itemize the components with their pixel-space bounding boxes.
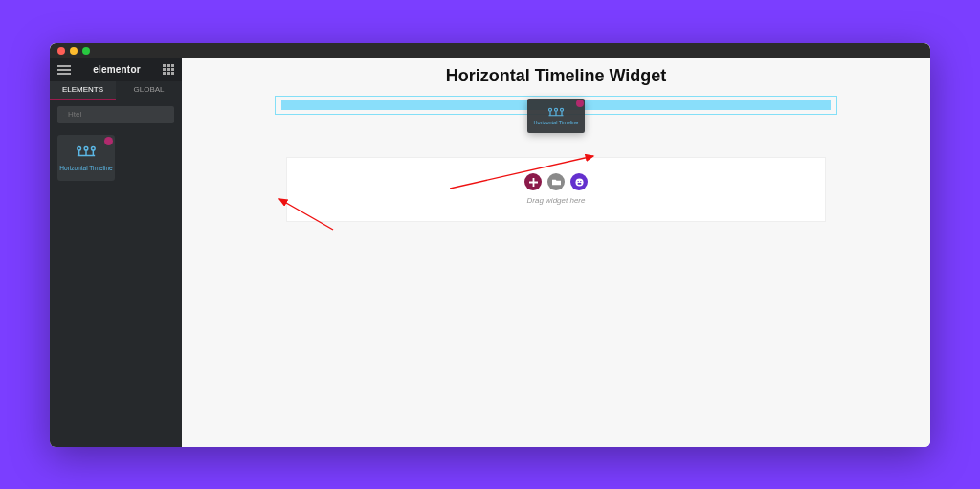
svg-point-19 <box>580 180 581 181</box>
widget-horizontal-timeline[interactable]: Horizontal Timeline <box>57 135 115 181</box>
drag-ghost-label: Horizontal Timeline <box>534 120 579 125</box>
window-maximize-dot[interactable] <box>82 47 90 55</box>
widget-list: Horizontal Timeline <box>50 129 182 187</box>
svg-point-10 <box>555 108 558 111</box>
svg-point-4 <box>92 146 96 150</box>
search-input[interactable] <box>68 110 168 119</box>
section-action-row <box>524 173 588 190</box>
save-template-icon <box>575 178 584 187</box>
svg-point-2 <box>78 146 81 150</box>
tab-elements[interactable]: ELEMENTS <box>50 81 116 100</box>
app-window: elementor ELEMENTS GLOBAL Horizontal Tim… <box>50 43 930 447</box>
svg-point-16 <box>575 178 583 186</box>
save-template-button[interactable] <box>570 173 588 190</box>
widget-search[interactable] <box>57 106 174 123</box>
add-template-button[interactable] <box>547 173 565 190</box>
drag-ghost-widget: Horizontal Timeline <box>527 99 585 133</box>
sidebar-tabs: ELEMENTS GLOBAL <box>50 81 182 100</box>
editor-canvas: Horizontal Timeline Widget Horizontal Ti… <box>182 58 930 447</box>
horizontal-timeline-icon <box>547 106 565 118</box>
drag-hint-text: Drag widget here <box>527 196 586 205</box>
add-section-button[interactable] <box>524 173 542 190</box>
apps-grid-icon[interactable] <box>163 64 174 76</box>
svg-point-3 <box>84 146 88 150</box>
window-close-dot[interactable] <box>57 47 65 55</box>
folder-icon <box>552 178 561 187</box>
sidebar-header: elementor <box>50 58 182 81</box>
svg-rect-17 <box>577 182 581 184</box>
tab-global[interactable]: GLOBAL <box>116 81 182 100</box>
horizontal-timeline-icon <box>76 144 97 161</box>
pro-badge-icon <box>104 137 113 145</box>
window-minimize-dot[interactable] <box>70 47 78 55</box>
section-drop-target[interactable]: Horizontal Timeline <box>275 96 837 115</box>
menu-icon[interactable] <box>57 65 71 75</box>
app-body: elementor ELEMENTS GLOBAL Horizontal Tim… <box>50 58 930 447</box>
window-titlebar <box>50 43 930 58</box>
search-icon <box>63 110 64 120</box>
empty-section[interactable]: Drag widget here <box>286 157 826 222</box>
svg-point-0 <box>63 114 64 115</box>
pro-badge-icon <box>576 100 584 107</box>
widget-label: Horizontal Timeline <box>59 165 112 171</box>
editor-sidebar: elementor ELEMENTS GLOBAL Horizontal Tim… <box>50 58 182 447</box>
plus-icon <box>529 178 538 187</box>
page-title: Horizontal Timeline Widget <box>182 66 930 86</box>
svg-point-11 <box>561 108 564 111</box>
svg-point-18 <box>577 180 578 181</box>
svg-point-9 <box>549 108 552 111</box>
brand-label: elementor <box>93 64 141 75</box>
